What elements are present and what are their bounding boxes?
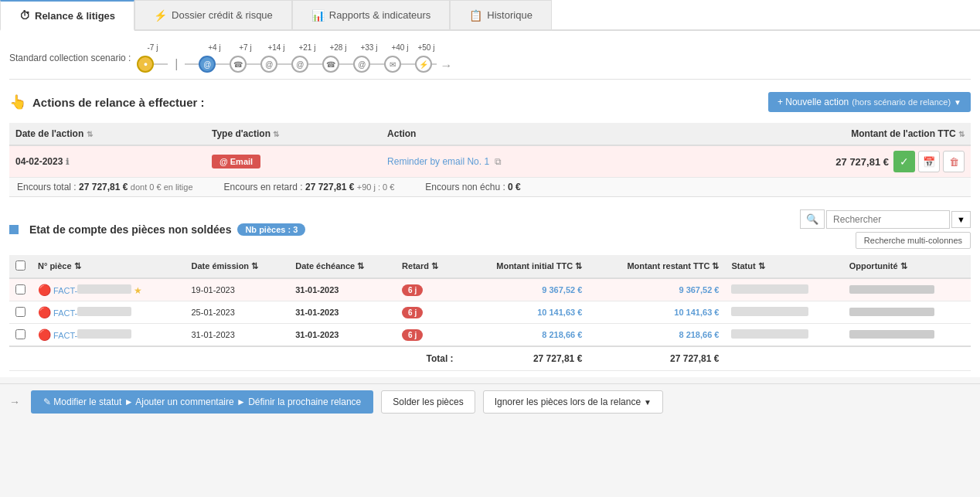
total-row: Total : 27 727,81 € 27 727,81 € (9, 346, 971, 371)
sort-restant-icon[interactable]: ⇅ (712, 261, 719, 271)
row1-fact-link[interactable]: FACT- (53, 286, 131, 295)
row3-montant-initial: 8 218,66 € (460, 324, 589, 347)
history-icon: 📋 (469, 9, 482, 22)
calendar-button[interactable]: 📅 (918, 151, 940, 172)
delete-button[interactable]: 🗑 (943, 151, 965, 172)
timeline-sep: | (168, 56, 185, 73)
action-type-cell: @ Email (206, 145, 381, 178)
ignorer-label: Ignorer les pièces lors de la relance (495, 397, 641, 407)
sort-num-icon[interactable]: ⇅ (74, 261, 81, 271)
sort-montant-icon[interactable]: ⇅ (958, 130, 965, 138)
col-date-echeance: Date échéance ⇅ (289, 255, 396, 278)
tab-rapports[interactable]: 📊 Rapports & indicateurs (292, 0, 451, 29)
encours-total-value: 27 727,81 € (79, 182, 128, 192)
timeline-node-10: +50 j ⚡ (415, 43, 437, 73)
timeline-circle-9: ✉ (384, 56, 401, 73)
action-date-cell: 04-02-2023 ℹ (9, 145, 206, 178)
select-all-checkbox[interactable] (15, 260, 26, 271)
timeline-circle-1: ● (137, 56, 154, 73)
row3-checkbox[interactable] (15, 329, 26, 339)
actions-section-header: 👆 Actions de relance à effectuer : + Nou… (9, 87, 971, 117)
timeline-node-7: +28 j ☎ (322, 43, 353, 73)
action-link[interactable]: Reminder by email No. 1 (387, 156, 489, 167)
info-icon: ℹ (66, 157, 69, 167)
encours-cell: Encours total : 27 727,81 € dont 0 € en … (9, 178, 971, 197)
action-date: 04-02-2023 (15, 156, 63, 167)
row1-montant-initial: 9 367,52 € (460, 278, 589, 301)
row3-checkbox-cell (9, 324, 32, 347)
row1-opportunite (843, 278, 971, 301)
timeline-node-9: +40 j ✉ (384, 43, 415, 73)
total-montant-initial: 27 727,81 € (460, 346, 589, 371)
sort-date-icon[interactable]: ⇅ (87, 130, 93, 138)
etat-section: Etat de compte des pièces non soldées Nb… (9, 209, 971, 371)
scenario-bar: Standard collection scenario : -7 j ● | (9, 37, 971, 80)
row3-date-echeance: 31-01-2023 (289, 324, 396, 347)
timeline-node-5: +14 j @ (260, 43, 291, 73)
row1-date-emission: 19-01-2023 (185, 278, 290, 301)
sort-retard-icon[interactable]: ⇅ (431, 261, 438, 271)
col-select-all (9, 255, 32, 278)
row3-fact-link[interactable]: FACT- (53, 331, 131, 340)
encours-retard-value: 27 727,81 € (305, 182, 354, 192)
ignorer-button[interactable]: Ignorer les pièces lors de la relance ▼ (483, 390, 663, 414)
pdf-icon-1: 🔴 (38, 284, 51, 296)
row1-checkbox-cell (9, 278, 32, 301)
pdf-icon-2: 🔴 (38, 306, 51, 318)
sort-statut-icon[interactable]: ⇅ (758, 261, 765, 271)
col-date: Date de l'action ⇅ (9, 123, 206, 145)
sort-echeance-icon[interactable]: ⇅ (357, 261, 364, 271)
encours-total-label: Encours total : (17, 182, 77, 192)
col-montant: Montant de l'action TTC ⇅ (660, 123, 971, 145)
timeline-node-2: | (168, 43, 199, 73)
tab-historique[interactable]: 📋 Historique (450, 0, 552, 29)
sort-opport-icon[interactable]: ⇅ (900, 261, 907, 271)
row2-num-piece: 🔴 FACT- (32, 301, 185, 324)
new-action-button[interactable]: + Nouvelle action (hors scénario de rela… (768, 92, 971, 112)
timeline-circle-8: @ (353, 56, 370, 73)
tab-historique-label: Historique (487, 9, 533, 21)
multi-col-search-button[interactable]: Recherche multi-colonnes (856, 232, 971, 249)
row2-fact-link[interactable]: FACT- (53, 308, 131, 318)
tab-dossier-label: Dossier crédit & risque (172, 9, 273, 21)
search-input[interactable] (826, 210, 950, 229)
row3-num-piece: 🔴 FACT- (32, 324, 185, 347)
timeline-circle-5: @ (260, 56, 277, 73)
row1-statut (725, 278, 842, 301)
action-text-cell: Reminder by email No. 1 ⧉ (381, 145, 660, 178)
row3-retard: 6 j (396, 324, 460, 347)
lightning-icon: ⚡ (154, 9, 167, 22)
row2-date-emission: 25-01-2023 (185, 301, 290, 324)
tab-dossier[interactable]: ⚡ Dossier crédit & risque (134, 0, 292, 29)
main-action-button[interactable]: ✎ Modifier le statut ► Ajouter un commen… (31, 390, 373, 414)
encours-row: Encours total : 27 727,81 € dont 0 € en … (9, 178, 971, 197)
search-button[interactable]: 🔍 (800, 209, 825, 229)
row2-montant-restant: 10 141,63 € (588, 301, 725, 324)
col-opportunite: Opportunité ⇅ (843, 255, 971, 278)
new-action-sub: (hors scénario de relance) (852, 97, 951, 107)
sort-initial-icon[interactable]: ⇅ (575, 261, 582, 271)
row3-date-emission: 31-01-2023 (185, 324, 290, 347)
confirm-button[interactable]: ✓ (893, 151, 915, 172)
sort-type-icon[interactable]: ⇅ (273, 130, 279, 138)
total-label-cell (9, 346, 396, 371)
col-montant-initial: Montant initial TTC ⇅ (460, 255, 589, 278)
tab-relance[interactable]: ⏱ Relance & litiges (0, 0, 134, 31)
solder-button[interactable]: Solder les pièces (381, 390, 475, 414)
row1-delay-badge: 6 j (402, 284, 423, 296)
encours-retard-label: Encours en retard : (224, 182, 303, 192)
pieces-table: N° pièce ⇅ Date émission ⇅ Date échéance… (9, 255, 971, 371)
star-icon-1: ★ (134, 285, 142, 296)
row1-checkbox[interactable] (15, 284, 26, 294)
search-dropdown-button[interactable]: ▼ (951, 211, 971, 228)
search-bar: 🔍 ▼ (800, 209, 971, 229)
row1-num-piece: 🔴 FACT- ★ (32, 278, 185, 301)
actions-table-header: Date de l'action ⇅ Type d'action ⇅ Actio… (9, 123, 971, 145)
col-type: Type d'action ⇅ (206, 123, 381, 145)
row2-checkbox[interactable] (15, 307, 26, 317)
piece-row-1: 🔴 FACT- ★ 19-01-2023 31-01-2023 6 j 9 36… (9, 278, 971, 301)
pieces-table-header: N° pièce ⇅ Date émission ⇅ Date échéance… (9, 255, 971, 278)
copy-icon[interactable]: ⧉ (495, 156, 502, 167)
timeline-node-3: +4 j @ (199, 43, 230, 73)
sort-emission-icon[interactable]: ⇅ (251, 261, 258, 271)
